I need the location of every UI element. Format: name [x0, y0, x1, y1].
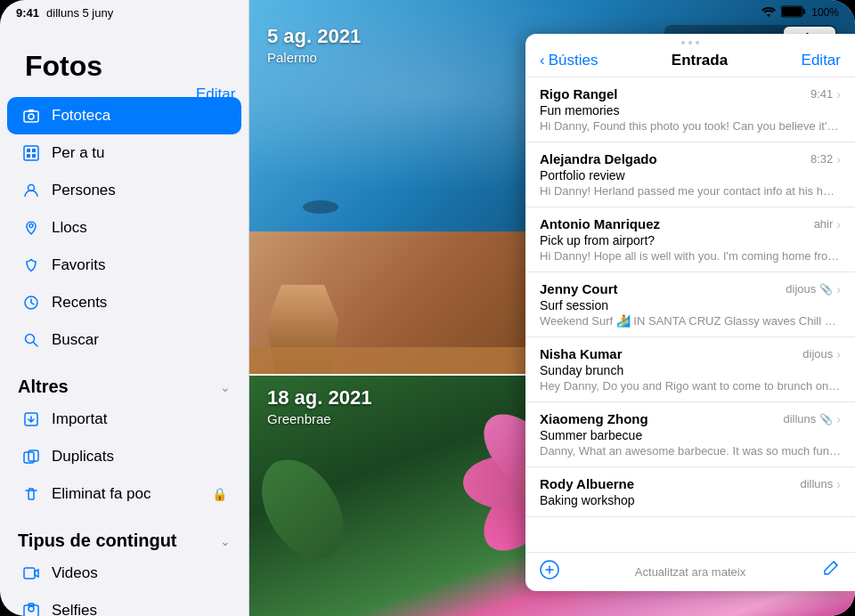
mail-chevron-2: › — [836, 217, 841, 231]
altres-chevron-icon: ⌄ — [220, 380, 231, 394]
sidebar-scroll: Fototeca Per a tu Persones — [0, 93, 248, 616]
mail-time-4: dijous › — [802, 347, 841, 361]
mail-item-1[interactable]: Alejandra Delgado 8:32 › Portfolio revie… — [525, 142, 855, 207]
mail-time-3: dijous 📎 › — [786, 282, 841, 296]
importat-icon — [21, 409, 41, 429]
handle-dot-1 — [681, 41, 685, 45]
sidebar-label-fototeca: Fototeca — [52, 107, 227, 125]
mail-chevron-6: › — [836, 477, 841, 491]
svg-rect-3 — [24, 111, 38, 122]
mail-compose-button[interactable] — [821, 560, 841, 584]
mail-chevron-4: › — [836, 347, 841, 361]
sidebar-item-selfies[interactable]: Selfies — [7, 592, 241, 616]
mail-preview-2: Hi Danny! Hope all is well with you. I'm… — [540, 249, 841, 263]
mail-item-6[interactable]: Rody Albuerne dilluns › Baking workshop — [525, 467, 855, 517]
mail-chevron-5: › — [836, 412, 841, 426]
photo-date-group-2: 18 ag. 2021 Greenbrae — [267, 386, 371, 426]
app-container: Fotos Editar Fototeca — [0, 0, 855, 616]
mail-subject-0: Fun memories — [540, 103, 841, 118]
mail-list: Rigo Rangel 9:41 › Fun memories Hi Danny… — [525, 77, 855, 552]
mail-item-4[interactable]: Nisha Kumar dijous › Sunday brunch Hey D… — [525, 337, 855, 402]
mail-chevron-3: › — [836, 282, 841, 296]
sidebar-label-persones: Persones — [52, 182, 227, 199]
mail-inbox-title: Entrada — [672, 52, 728, 69]
svg-rect-6 — [24, 146, 38, 160]
altres-section: Altres ⌄ Importat Duplicats — [0, 362, 248, 516]
mail-sender-0: Rigo Rangel — [540, 86, 618, 101]
back-chevron-icon: ‹ — [540, 52, 545, 69]
mail-time-1: 8:32 › — [810, 152, 841, 166]
photo-date-group-1: 5 ag. 2021 Palermo — [267, 25, 361, 65]
mail-item-5[interactable]: Xiaomeng Zhong dilluns 📎 › Summer barbec… — [525, 402, 855, 467]
status-date: dilluns 5 juny — [46, 6, 113, 20]
favorits-icon — [21, 255, 41, 275]
mail-sender-3: Jenny Court — [540, 281, 618, 296]
buscar-icon — [21, 330, 41, 350]
svg-rect-8 — [32, 149, 36, 152]
photo-date-2: 18 ag. 2021 — [267, 386, 371, 409]
mail-item-2[interactable]: Antonio Manriquez ahir › Pick up from ai… — [525, 207, 855, 272]
svg-rect-20 — [24, 605, 38, 616]
sidebar-item-importat[interactable]: Importat — [7, 401, 241, 438]
mail-preview-1: Hi Danny! Herland passed me your contact… — [540, 184, 841, 198]
photo-rock-arch[interactable] — [249, 231, 551, 374]
status-time: 9:41 — [16, 6, 39, 20]
mail-preview-3: Weekend Surf 🏄 IN SANTA CRUZ Glassy wave… — [540, 314, 841, 328]
sidebar-item-eliminat[interactable]: Eliminat fa poc 🔒 — [7, 475, 241, 513]
sidebar-label-eliminat: Eliminat fa poc — [52, 485, 201, 503]
mail-filter-button[interactable] — [540, 560, 559, 584]
sidebar-label-per-a-tu: Per a tu — [52, 144, 227, 162]
mail-item-3[interactable]: Jenny Court dijous 📎 › Surf session Week… — [525, 272, 855, 337]
mail-back-button[interactable]: ‹ Bústies — [540, 52, 598, 69]
mail-handle — [525, 34, 855, 48]
sidebar-edit-button[interactable]: Editar — [196, 85, 235, 103]
photo-location-1: Palermo — [267, 50, 361, 65]
svg-rect-5 — [28, 109, 34, 112]
svg-rect-10 — [32, 154, 36, 158]
per-a-tu-icon — [21, 143, 41, 163]
sidebar-item-favorits[interactable]: Favorits — [7, 247, 241, 284]
svg-rect-18 — [24, 568, 35, 579]
sidebar-main-section: Fototeca Per a tu Persones — [0, 93, 248, 362]
mail-back-label: Bústies — [549, 52, 598, 69]
sidebar-label-favorits: Favorits — [52, 256, 227, 274]
altres-header[interactable]: Altres ⌄ — [0, 366, 248, 401]
sidebar-item-persones[interactable]: Persones — [7, 172, 241, 209]
photo-date-1: 5 ag. 2021 — [267, 25, 361, 48]
svg-rect-9 — [27, 154, 30, 158]
ipad-frame: 9:41 dilluns 5 juny 100% Fotos Editar — [0, 0, 855, 616]
sidebar-item-recents[interactable]: Recents — [7, 284, 241, 321]
status-bar: 9:41 dilluns 5 juny 100% — [0, 0, 855, 25]
mail-overlay: ‹ Bústies Entrada Editar Rigo Rangel 9:4… — [525, 34, 855, 591]
sidebar-label-duplicats: Duplicats — [52, 448, 227, 466]
handle-dot-3 — [696, 41, 699, 45]
mail-nav: ‹ Bústies Entrada Editar — [525, 48, 855, 77]
svg-rect-1 — [782, 7, 802, 16]
svg-line-14 — [34, 343, 38, 347]
mail-item-0[interactable]: Rigo Rangel 9:41 › Fun memories Hi Danny… — [525, 77, 855, 142]
mail-preview-0: Hi Danny, Found this photo you took! Can… — [540, 119, 841, 133]
mail-edit-button[interactable]: Editar — [802, 52, 841, 69]
handle-dot-2 — [688, 41, 692, 45]
fototeca-icon — [21, 106, 41, 126]
mail-footer-status: Actualitzat ara mateix — [635, 565, 745, 579]
tipus-header[interactable]: Tipus de contingut ⌄ — [0, 520, 248, 555]
sidebar-item-llocs[interactable]: Llocs — [7, 209, 241, 247]
sidebar-item-per-a-tu[interactable]: Per a tu — [7, 134, 241, 172]
persones-icon — [21, 181, 41, 200]
sidebar-item-videos[interactable]: Videos — [7, 555, 241, 592]
sidebar-label-videos: Videos — [52, 564, 227, 582]
svg-point-19 — [28, 606, 34, 612]
mail-sender-6: Rody Albuerne — [540, 476, 634, 491]
mail-subject-1: Portfolio review — [540, 168, 841, 182]
sidebar-item-duplicats[interactable]: Duplicats — [7, 438, 241, 475]
mail-time-2: ahir › — [814, 217, 841, 231]
mail-sender-2: Antonio Manriquez — [540, 216, 660, 231]
lock-icon: 🔒 — [212, 487, 227, 501]
attachment-icon-3: 📎 — [819, 283, 833, 296]
sidebar: Fotos Editar Fototeca — [0, 0, 249, 616]
sidebar-label-buscar: Buscar — [52, 331, 227, 349]
wifi-icon — [761, 6, 776, 20]
tipus-section: Tipus de contingut ⌄ Videos Selfies — [0, 516, 248, 616]
sidebar-item-buscar[interactable]: Buscar — [7, 321, 241, 359]
